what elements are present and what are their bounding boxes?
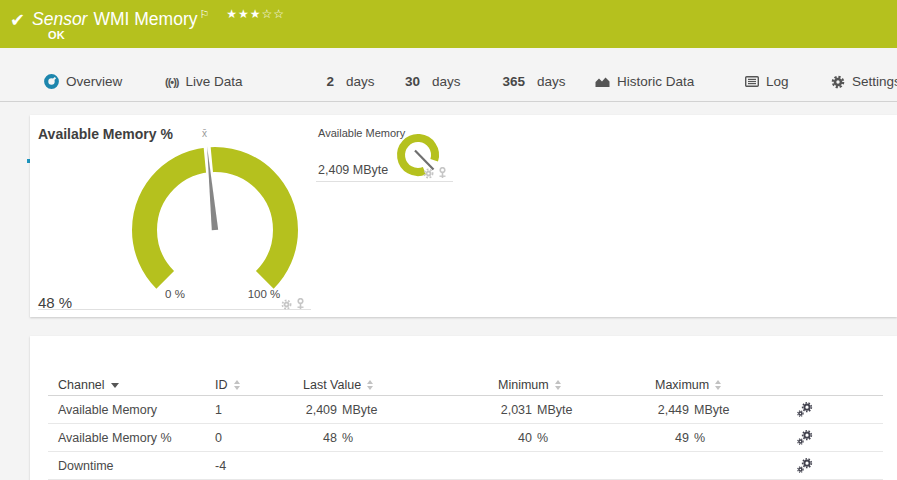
large-gauge: [115, 133, 315, 301]
last-value-cell: 2,409MByte: [303, 403, 498, 417]
header-id[interactable]: ID: [215, 378, 303, 392]
channel-id: -4: [215, 459, 303, 473]
channel-name[interactable]: Downtime: [48, 459, 215, 473]
header-label: Minimum: [498, 378, 549, 392]
stars-empty[interactable]: ☆☆: [262, 7, 286, 21]
tab-number: 30: [386, 74, 420, 89]
tab-label: Historic Data: [617, 74, 694, 89]
header-label: Last Value: [303, 378, 361, 392]
status-badge: OK: [48, 29, 65, 41]
header-maximum[interactable]: Maximum: [655, 378, 795, 392]
tab-label: days: [432, 74, 461, 89]
sort-icon: [234, 380, 240, 390]
status-ok-check-icon: ✔: [10, 9, 25, 31]
broadcast-icon: ((•)): [165, 76, 179, 88]
sort-desc-icon: [111, 383, 119, 388]
table-row[interactable]: Available Memory % 0 48% 40% 49%: [48, 424, 883, 452]
last-value-cell: 48%: [303, 431, 498, 445]
tab-label: days: [346, 74, 375, 89]
area-chart-icon: [595, 76, 610, 88]
header-minimum[interactable]: Minimum: [498, 378, 655, 392]
unit: MByte: [694, 403, 729, 417]
channel-id: 1: [215, 403, 303, 417]
stars-filled[interactable]: ★★★: [226, 7, 261, 21]
unit: MByte: [537, 403, 572, 417]
tab-label: Log: [766, 74, 789, 89]
table-header-row: Channel ID Last Value Minimum Maximum: [48, 374, 883, 396]
table-row[interactable]: Downtime -4: [48, 452, 883, 480]
last-value-cell: [303, 459, 498, 473]
value: 40: [498, 431, 532, 445]
channel-settings-gears-icon[interactable]: [797, 402, 813, 417]
flag-icon[interactable]: ⚐: [199, 8, 209, 20]
value: 2,031: [498, 403, 532, 417]
tab-label: Settings: [852, 74, 897, 89]
value: 2,409: [303, 403, 337, 417]
tab-log[interactable]: Log: [745, 62, 789, 101]
small-gauge-value: 2,409 MByte: [318, 163, 388, 177]
tab-label: Overview: [66, 74, 122, 89]
unit: %: [342, 431, 353, 445]
overview-gauges-panel: Available Memory % x̄ 0 % 100 % 48 % Ava…: [30, 115, 897, 317]
unit: MByte: [342, 403, 377, 417]
gear-icon[interactable]: [423, 168, 434, 179]
sort-icon: [715, 380, 721, 390]
table-row[interactable]: Available Memory 1 2,409MByte 2,031MByte…: [48, 396, 883, 424]
sort-icon: [367, 380, 373, 390]
sensor-name: WMI Memory: [93, 9, 197, 29]
average-marker: x̄: [202, 128, 207, 139]
tab-365-days[interactable]: 365 days: [491, 62, 566, 101]
tab-live-data[interactable]: ((•)) Live Data: [165, 62, 243, 101]
value: 2,449: [655, 403, 689, 417]
tab-historic-data[interactable]: Historic Data: [595, 62, 694, 101]
channel-settings-gears-icon[interactable]: [797, 458, 813, 473]
gauge-scale-min-label: 0 %: [153, 288, 197, 300]
maximum-cell: 49%: [655, 431, 795, 445]
minimum-cell: 2,031MByte: [498, 403, 655, 417]
small-gauge-toolbar: [423, 167, 447, 179]
priority-stars[interactable]: ★★★☆☆: [226, 7, 285, 21]
tab-number: 2: [300, 74, 334, 89]
tab-overview[interactable]: Overview: [44, 62, 122, 101]
tab-bar: Overview ((•)) Live Data 2 days 30 days …: [0, 62, 897, 102]
pin-icon[interactable]: [296, 298, 305, 310]
tab-label: Live Data: [186, 74, 243, 89]
value: 49: [655, 431, 689, 445]
channel-table-panel: Channel ID Last Value Minimum Maximum: [30, 336, 897, 480]
pin-icon[interactable]: [438, 167, 447, 179]
sensor-title-prefix: Sensor: [32, 9, 87, 29]
header-channel[interactable]: Channel: [48, 378, 215, 392]
gear-icon: [831, 75, 845, 89]
small-gauge-title: Available Memory: [318, 127, 405, 139]
sensor-title: SensorWMI Memory⚐ ★★★☆☆: [32, 7, 285, 30]
divider: [38, 309, 311, 310]
maximum-cell: [655, 459, 795, 473]
channel-name[interactable]: Available Memory: [48, 403, 215, 417]
large-gauge-toolbar: [281, 298, 305, 310]
tab-settings[interactable]: Settings: [831, 62, 897, 101]
tab-2-days[interactable]: 2 days: [300, 62, 375, 101]
tab-30-days[interactable]: 30 days: [386, 62, 461, 101]
minimum-cell: [498, 459, 655, 473]
unit: %: [537, 431, 548, 445]
minimum-cell: 40%: [498, 431, 655, 445]
sort-icon: [555, 380, 561, 390]
maximum-cell: 2,449MByte: [655, 403, 795, 417]
log-list-icon: [745, 76, 759, 87]
gauge-icon: [44, 74, 59, 89]
sensor-header: ✔ SensorWMI Memory⚐ ★★★☆☆ OK: [0, 0, 897, 48]
divider: [316, 181, 453, 182]
header-last-value[interactable]: Last Value: [303, 378, 498, 392]
header-label: Maximum: [655, 378, 709, 392]
tab-number: 365: [491, 74, 525, 89]
header-label: ID: [215, 378, 228, 392]
value: 48: [303, 431, 337, 445]
header-label: Channel: [58, 378, 105, 392]
tab-label: days: [537, 74, 566, 89]
channel-id: 0: [215, 431, 303, 445]
channel-name[interactable]: Available Memory %: [48, 431, 215, 445]
channel-settings-gears-icon[interactable]: [797, 430, 813, 445]
gear-icon[interactable]: [281, 299, 292, 310]
channel-table: Channel ID Last Value Minimum Maximum: [48, 374, 883, 480]
unit: %: [694, 431, 705, 445]
